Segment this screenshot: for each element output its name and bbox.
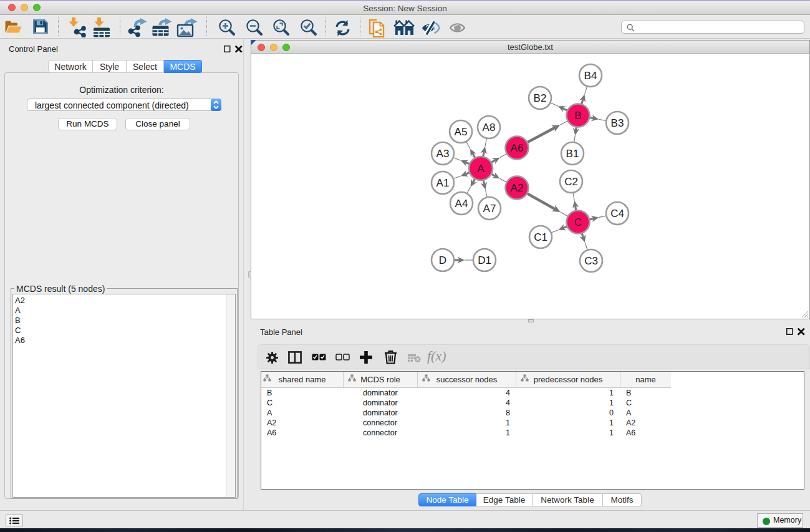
svg-text:B4: B4 [584,70,597,82]
svg-text:A7: A7 [483,203,496,215]
svg-text:C3: C3 [584,255,598,267]
svg-text:B: B [574,110,581,122]
svg-text:C4: C4 [610,208,624,220]
svg-text:A: A [477,163,485,175]
svg-text:C: C [574,216,582,228]
svg-text:D1: D1 [478,254,491,266]
svg-text:C2: C2 [564,176,578,188]
svg-text:A2: A2 [511,182,524,194]
svg-text:B1: B1 [566,148,579,160]
svg-text:B3: B3 [611,117,624,129]
svg-text:B2: B2 [534,92,547,104]
svg-text:D: D [439,254,446,266]
svg-text:A3: A3 [436,148,450,160]
svg-text:A5: A5 [455,126,468,138]
svg-text:A1: A1 [436,177,450,189]
svg-text:A4: A4 [455,198,468,210]
svg-text:A8: A8 [483,122,496,133]
svg-text:A6: A6 [511,142,524,154]
svg-text:C1: C1 [534,231,547,243]
